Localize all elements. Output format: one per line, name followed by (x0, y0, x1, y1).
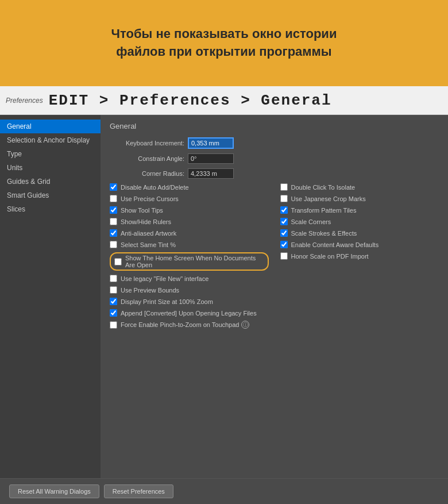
checkbox-anti-input[interactable] (110, 229, 117, 237)
checkbox-home-screen: Show The Home Screen When No Documents A… (110, 252, 269, 271)
keyboard-increment-row: Keyboard Increment: (110, 137, 439, 149)
checkbox-pinch-input[interactable] (110, 321, 117, 329)
page-title: EDIT > Preferences > General (49, 92, 332, 109)
checkbox-content-aware: Enable Content Aware Defaults (280, 241, 439, 248)
header-bar: Preferences EDIT > Preferences > General (0, 86, 448, 115)
checkbox-double-label[interactable]: Double Click To Isolate (291, 184, 356, 191)
dialog-content: General Selection & Anchor Display Type … (0, 115, 448, 478)
checkbox-disable-auto-label[interactable]: Disable Auto Add/Delete (121, 184, 189, 191)
checkboxes-area: Disable Auto Add/Delete Use Precise Curs… (110, 183, 439, 333)
sidebar-item-slices[interactable]: Slices (0, 202, 101, 216)
checkbox-preview-bounds: Use Preview Bounds (110, 286, 269, 294)
constrain-angle-label: Constrain Angle: (110, 155, 184, 162)
corner-radius-input[interactable] (188, 168, 234, 179)
checkbox-disable-auto: Disable Auto Add/Delete (110, 183, 269, 191)
checkbox-rulers: Show/Hide Rulers (110, 218, 269, 225)
checkbox-append-label[interactable]: Append [Converted] Upon Opening Legacy F… (121, 310, 257, 317)
checkbox-double-click: Double Click To Isolate (280, 183, 439, 191)
checkbox-tooltips-label[interactable]: Show Tool Tips (121, 207, 163, 214)
checkbox-content-label[interactable]: Enable Content Aware Defaults (291, 241, 379, 248)
checkbox-home-input[interactable] (114, 258, 122, 266)
keyboard-increment-input[interactable] (188, 137, 234, 149)
checkbox-precise-cursors: Use Precise Cursors (110, 195, 269, 202)
checkbox-legacy-input[interactable] (110, 275, 117, 282)
checkboxes-left: Disable Auto Add/Delete Use Precise Curs… (110, 183, 269, 333)
checkbox-honor-label[interactable]: Honor Scale on PDF Import (291, 253, 369, 260)
sidebar-item-type[interactable]: Type (0, 147, 101, 161)
checkbox-select-same: Select Same Tint % (110, 241, 269, 248)
checkbox-print-size: Display Print Size at 100% Zoom (110, 298, 269, 305)
info-icon[interactable]: ⓘ (241, 321, 249, 329)
section-title: General (110, 122, 439, 130)
checkbox-honor-scale: Honor Scale on PDF Import (280, 252, 439, 260)
checkbox-preview-label[interactable]: Use Preview Bounds (121, 287, 179, 294)
checkbox-select-same-input[interactable] (110, 241, 117, 248)
checkbox-anti-label[interactable]: Anti-aliased Artwork (121, 230, 176, 237)
checkboxes-right: Double Click To Isolate Use Japanese Cro… (280, 183, 439, 333)
checkbox-append-input[interactable] (110, 309, 117, 317)
checkbox-transform-input[interactable] (280, 206, 288, 214)
checkbox-legacy-label[interactable]: Use legacy "File New" interface (121, 275, 208, 282)
checkbox-japanese-label[interactable]: Use Japanese Crop Marks (291, 195, 366, 202)
checkbox-append: Append [Converted] Upon Opening Legacy F… (110, 309, 269, 317)
checkbox-print-input[interactable] (110, 298, 117, 305)
preferences-label: Preferences (6, 97, 43, 105)
keyboard-increment-label: Keyboard Increment: (110, 140, 184, 147)
checkbox-pinch-label[interactable]: Force Enable Pinch-to-Zoom on Touchpad (121, 321, 239, 328)
banner-text: Чтобы не показывать окно историифайлов п… (111, 25, 337, 61)
sidebar-item-selection[interactable]: Selection & Anchor Display (0, 133, 101, 147)
sidebar-item-guides-grid[interactable]: Guides & Grid (0, 175, 101, 188)
checkbox-rulers-label[interactable]: Show/Hide Rulers (121, 218, 171, 225)
checkbox-scale-corners: Scale Corners (280, 218, 439, 225)
checkbox-transform-label[interactable]: Transform Pattern Tiles (291, 207, 357, 214)
preferences-dialog: General Selection & Anchor Display Type … (0, 115, 448, 504)
constrain-angle-input[interactable] (188, 153, 234, 164)
main-panel: General Keyboard Increment: Constrain An… (101, 115, 448, 478)
checkbox-precise-input[interactable] (110, 195, 117, 202)
reset-warnings-button[interactable]: Reset All Warning Dialogs (9, 484, 99, 498)
top-banner: Чтобы не показывать окно историифайлов п… (0, 0, 448, 86)
corner-radius-row: Corner Radius: (110, 168, 439, 179)
checkbox-disable-auto-input[interactable] (110, 183, 117, 191)
sidebar-item-units[interactable]: Units (0, 161, 101, 175)
sidebar: General Selection & Anchor Display Type … (0, 115, 101, 478)
checkbox-rulers-input[interactable] (110, 218, 117, 225)
footer-left-buttons: Reset All Warning Dialogs Reset Preferen… (9, 484, 173, 498)
checkbox-honor-input[interactable] (280, 252, 288, 260)
checkbox-scale-strokes-label[interactable]: Scale Strokes & Effects (291, 230, 357, 237)
sidebar-item-smart-guides[interactable]: Smart Guides (0, 188, 101, 202)
checkbox-select-same-label[interactable]: Select Same Tint % (121, 241, 176, 248)
checkbox-scale-strokes: Scale Strokes & Effects (280, 229, 439, 237)
sidebar-item-general[interactable]: General (0, 120, 101, 133)
checkbox-tooltips: Show Tool Tips (110, 206, 269, 214)
reset-preferences-button[interactable]: Reset Preferences (104, 484, 173, 498)
checkbox-pinch-zoom: Force Enable Pinch-to-Zoom on Touchpad ⓘ (110, 321, 269, 329)
checkbox-home-label[interactable]: Show The Home Screen When No Documents A… (125, 255, 264, 268)
checkbox-precise-label[interactable]: Use Precise Cursors (121, 195, 179, 202)
checkbox-anti-aliased: Anti-aliased Artwork (110, 229, 269, 237)
checkbox-tooltips-input[interactable] (110, 206, 117, 214)
checkbox-content-input[interactable] (280, 241, 288, 248)
checkbox-preview-input[interactable] (110, 286, 117, 294)
checkbox-print-label[interactable]: Display Print Size at 100% Zoom (121, 298, 213, 305)
checkbox-legacy-file: Use legacy "File New" interface (110, 275, 269, 282)
checkbox-japanese-input[interactable] (280, 195, 288, 202)
dialog-footer: Reset All Warning Dialogs Reset Preferen… (0, 478, 448, 504)
checkbox-double-input[interactable] (280, 183, 288, 191)
corner-radius-label: Corner Radius: (110, 170, 184, 177)
checkbox-scale-corners-input[interactable] (280, 218, 288, 225)
constrain-angle-row: Constrain Angle: (110, 153, 439, 164)
checkbox-scale-corners-label[interactable]: Scale Corners (291, 218, 331, 225)
checkbox-japanese-crop: Use Japanese Crop Marks (280, 195, 439, 202)
checkbox-scale-strokes-input[interactable] (280, 229, 288, 237)
checkbox-transform-pattern: Transform Pattern Tiles (280, 206, 439, 214)
